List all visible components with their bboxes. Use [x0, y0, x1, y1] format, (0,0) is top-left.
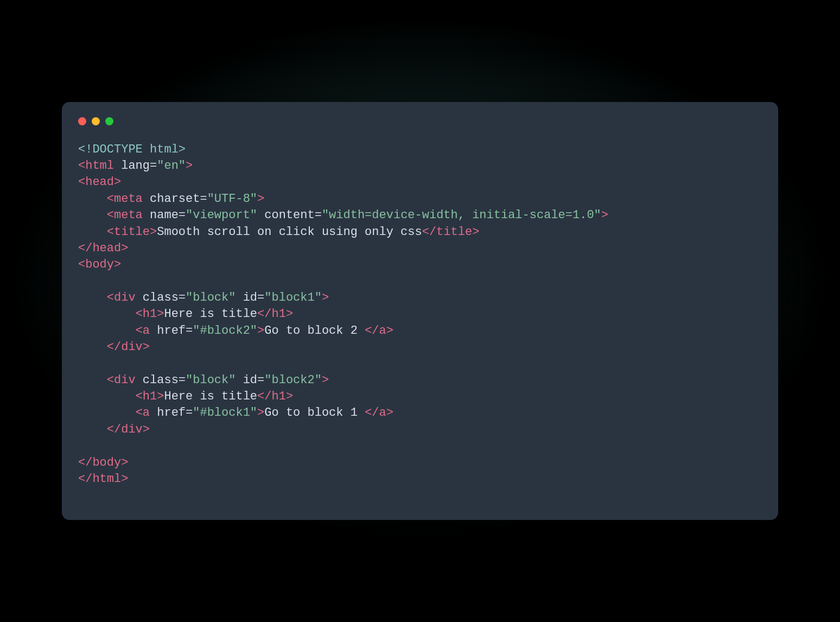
lang-val: "en" — [157, 159, 186, 173]
div2-open: <div — [107, 373, 136, 387]
html-close: </html> — [78, 472, 128, 486]
h1-close: </h1> — [257, 307, 293, 321]
h1-open: <h1> — [136, 307, 164, 321]
h1-text2: Here is title — [164, 390, 257, 403]
doctype: <!DOCTYPE html> — [78, 143, 186, 156]
head-close: </head> — [78, 242, 128, 255]
traffic-lights — [78, 117, 762, 125]
code-window: <!DOCTYPE html> <html lang="en"> <head> … — [62, 102, 778, 521]
body-close: </body> — [78, 456, 128, 469]
body-open: <body> — [78, 258, 121, 271]
meta2: <meta — [107, 208, 143, 222]
div-close2: </div> — [107, 423, 150, 436]
title-text: Smooth scroll on click using only css — [157, 225, 422, 239]
h1-close2: </h1> — [257, 390, 293, 403]
h1-text: Here is title — [164, 307, 257, 321]
a-close: </a> — [365, 324, 393, 338]
a2-open: <a — [136, 406, 150, 420]
maximize-icon[interactable] — [105, 117, 113, 125]
close-icon[interactable] — [78, 117, 86, 125]
title-open: <title> — [107, 225, 157, 239]
div1-open: <div — [107, 291, 136, 304]
a2-text: Go to block 1 — [264, 406, 365, 420]
div-close: </div> — [107, 340, 150, 354]
a1-text: Go to block 2 — [264, 324, 365, 338]
a1-open: <a — [136, 324, 150, 338]
code-block: <!DOCTYPE html> <html lang="en"> <head> … — [78, 142, 762, 488]
a-close2: </a> — [365, 406, 393, 420]
title-close: </title> — [422, 225, 480, 239]
html-tag-open: <html — [78, 159, 114, 173]
h1-open2: <h1> — [136, 390, 164, 403]
meta1: <meta — [107, 192, 143, 206]
head-open: <head> — [78, 175, 121, 189]
minimize-icon[interactable] — [92, 117, 100, 125]
lang-attr: lang — [121, 159, 150, 173]
